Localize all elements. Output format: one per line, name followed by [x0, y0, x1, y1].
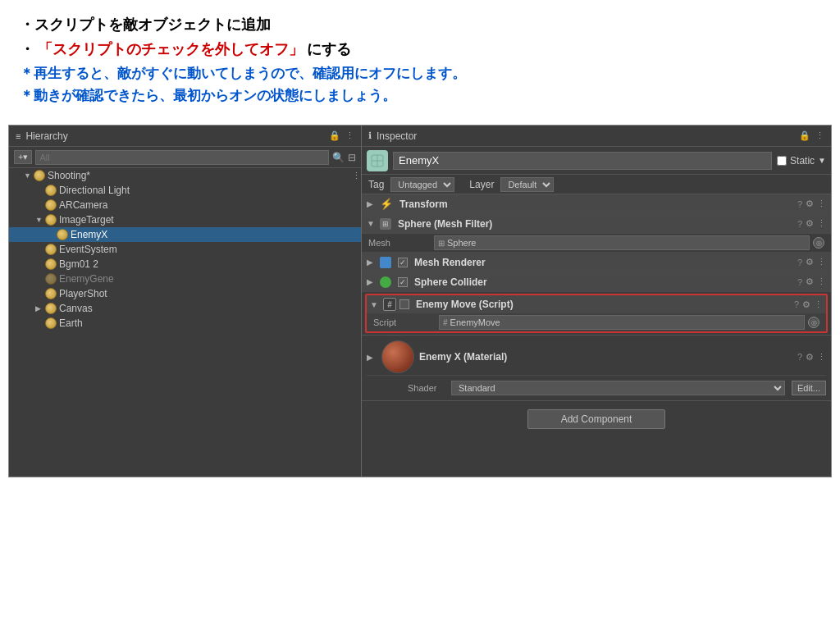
tree-item-earth[interactable]: Earth [9, 316, 361, 331]
enemy-move-help-icon[interactable]: ? [794, 299, 799, 309]
inspector-title: Inspector [377, 130, 417, 142]
sphere-collider-header[interactable]: ▶ Sphere Collider ? ⚙ ⋮ [362, 272, 831, 292]
enemy-move-settings-icon[interactable]: ⚙ [802, 299, 810, 310]
tree-item-arcamera[interactable]: ARCamera [9, 198, 361, 212]
mesh-renderer-settings-icon[interactable]: ⚙ [806, 257, 814, 267]
mesh-filter-menu-icon[interactable]: ⋮ [817, 218, 826, 229]
layer-select[interactable]: Default [500, 177, 554, 192]
inspector-more-icon[interactable]: ⋮ [815, 130, 824, 141]
tag-layer-row: Tag Untagged Layer Default [362, 175, 831, 194]
tag-select[interactable]: Untagged [390, 177, 454, 192]
hierarchy-panel: ≡ Hierarchy 🔒 ⋮ +▾ 🔍 ⊟ ▼ Shooting* ⋮ [9, 126, 362, 477]
filter-icon[interactable]: ⊟ [348, 152, 356, 163]
note-line2: ＊動きが確認できたら、最初からオンの状態にしましょう。 [20, 86, 820, 105]
hierarchy-toolbar: +▾ 🔍 ⊟ [9, 147, 361, 168]
line2-suffix: にする [307, 39, 351, 59]
hierarchy-title: Hierarchy [25, 130, 67, 142]
script-target-icon[interactable]: ◎ [808, 317, 819, 328]
mesh-target-icon[interactable]: ◎ [813, 237, 824, 249]
script-label: Script [373, 317, 439, 327]
material-info: Enemy X (Material) [419, 351, 792, 363]
note-line1: ＊再生すると、敵がすぐに動いてしまうので、確認用にオフにします。 [20, 64, 820, 83]
tree-item-enemygene[interactable]: EnemyGene [9, 272, 361, 286]
tree-item-playershot[interactable]: PlayerShot [9, 286, 361, 301]
mesh-filter-header[interactable]: ▼ ⊞ Sphere (Mesh Filter) ? ⚙ ⋮ [362, 214, 831, 234]
tree-item-eventsystem[interactable]: EventSystem [9, 242, 361, 257]
shader-select[interactable]: Standard [451, 381, 785, 395]
line2-prefix: ・ [20, 39, 34, 59]
material-help-icon[interactable]: ? [797, 352, 802, 362]
more-icon-shooting[interactable]: ⋮ [352, 171, 361, 181]
mesh-filter-label: Sphere (Mesh Filter) [398, 218, 794, 230]
hierarchy-search[interactable] [35, 150, 329, 165]
transform-menu-icon[interactable]: ⋮ [817, 199, 826, 209]
mesh-renderer-help-icon[interactable]: ? [797, 258, 802, 267]
tree-item-shooting[interactable]: ▼ Shooting* ⋮ [9, 168, 361, 183]
material-menu-icon[interactable]: ⋮ [817, 352, 826, 363]
transform-header[interactable]: ▶ ⚡ Transform ? ⚙ ⋮ [362, 194, 831, 214]
layer-label: Layer [469, 179, 494, 190]
material-section: ▶ Enemy X (Material) ? ⚙ ⋮ Shader Standa… [362, 335, 831, 400]
edit-button[interactable]: Edit... [792, 381, 826, 395]
add-component-area: Add Component [362, 400, 831, 437]
transform-settings-icon[interactable]: ⚙ [806, 199, 814, 209]
mesh-renderer-header[interactable]: ▶ Mesh Renderer ? ⚙ ⋮ [362, 253, 831, 272]
hierarchy-lock-icon[interactable]: 🔒 [329, 130, 340, 141]
mesh-renderer-check[interactable] [398, 258, 408, 267]
tree-item-imagetarget[interactable]: ▼ ImageTarget [9, 212, 361, 227]
script-hash-icon: # [443, 318, 448, 327]
mesh-filter-help-icon[interactable]: ? [797, 219, 802, 229]
static-dropdown-arrow[interactable]: ▼ [818, 156, 826, 165]
mesh-renderer-icon [380, 257, 391, 268]
sphere-collider-settings-icon[interactable]: ⚙ [806, 276, 814, 287]
tree-item-bgm01[interactable]: Bgm01 2 [9, 257, 361, 272]
material-settings-icon[interactable]: ⚙ [806, 352, 814, 363]
static-area: Static ▼ [777, 155, 826, 167]
inspector-header: ℹ Inspector 🔒 ⋮ [362, 126, 831, 147]
add-component-button[interactable]: Add Component [527, 409, 666, 429]
enemy-move-menu-icon[interactable]: ⋮ [814, 299, 823, 310]
transform-help-icon[interactable]: ? [797, 199, 802, 209]
mesh-filter-component: ▼ ⊞ Sphere (Mesh Filter) ? ⚙ ⋮ Mesh ⊞ Sp… [362, 214, 831, 253]
tree-item-directional-light[interactable]: Directional Light [9, 183, 361, 198]
static-label: Static [790, 155, 815, 167]
enemy-move-check[interactable] [399, 299, 409, 309]
hierarchy-tree: ▼ Shooting* ⋮ Directional Light ARCamera… [9, 168, 361, 477]
hierarchy-menu-icon: ≡ [16, 131, 21, 141]
sphere-collider-menu-icon[interactable]: ⋮ [817, 276, 826, 287]
sphere-collider-check[interactable] [398, 277, 408, 287]
shader-row: Shader Standard Edit... [367, 379, 826, 397]
mesh-filter-settings-icon[interactable]: ⚙ [806, 218, 814, 229]
mesh-renderer-label: Mesh Renderer [414, 257, 794, 268]
enemy-move-icon: # [383, 298, 396, 311]
tree-item-canvas[interactable]: ▶ Canvas [9, 301, 361, 316]
inspector-lock-icon[interactable]: 🔒 [799, 130, 810, 141]
obj-icon [367, 150, 388, 171]
script-value-field: # EnemyMove [439, 315, 805, 330]
object-name-input[interactable] [393, 152, 772, 170]
transform-label: Transform [399, 199, 794, 210]
material-sphere [381, 340, 414, 373]
mesh-value-icon: ⊞ [438, 239, 445, 248]
text-area: ・スクリプトを敵オブジェクトに追加 ・ 「スクリプトのチェックを外してオフ」 に… [0, 0, 840, 116]
sphere-collider-label: Sphere Collider [414, 276, 794, 288]
mesh-value-text: Sphere [447, 238, 476, 248]
static-checkbox[interactable] [777, 156, 787, 166]
inspector-top: Static ▼ [362, 147, 831, 175]
material-name: Enemy X (Material) [419, 351, 792, 363]
transform-icon: ⚡ [380, 198, 393, 210]
mesh-renderer-component: ▶ Mesh Renderer ? ⚙ ⋮ [362, 253, 831, 272]
script-value-text: EnemyMove [450, 317, 500, 327]
mesh-renderer-arrow: ▶ [367, 258, 377, 267]
search-icon[interactable]: 🔍 [332, 152, 345, 163]
sphere-collider-arrow: ▶ [367, 277, 377, 286]
line1-text: ・スクリプトを敵オブジェクトに追加 [20, 15, 271, 34]
mesh-renderer-menu-icon[interactable]: ⋮ [817, 257, 826, 267]
material-arrow[interactable]: ▶ [367, 353, 377, 362]
tree-item-enemyx[interactable]: EnemyX [9, 227, 361, 242]
sphere-collider-help-icon[interactable]: ? [797, 277, 802, 287]
transform-component: ▶ ⚡ Transform ? ⚙ ⋮ [362, 194, 831, 214]
hierarchy-more-icon[interactable]: ⋮ [345, 130, 354, 141]
enemy-move-header[interactable]: ▼ # Enemy Move (Script) ? ⚙ ⋮ [367, 295, 826, 313]
add-button[interactable]: +▾ [14, 150, 32, 164]
